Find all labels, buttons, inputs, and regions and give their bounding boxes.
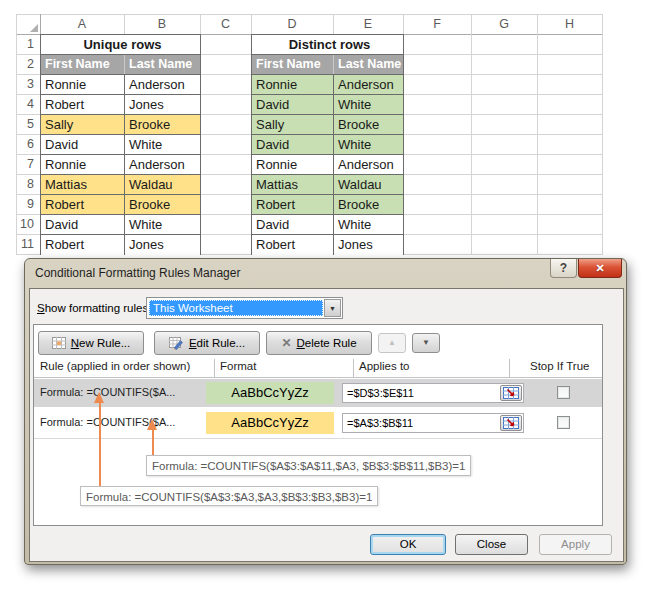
cell[interactable]: Waldau xyxy=(334,175,403,194)
row-header[interactable]: 9 xyxy=(16,194,40,214)
column-header-c[interactable]: C xyxy=(200,14,251,34)
table-title[interactable]: Distinct rows xyxy=(252,35,403,54)
table-row[interactable]: RobertJones xyxy=(41,95,200,115)
row-header[interactable]: 6 xyxy=(16,134,40,154)
cell[interactable]: White xyxy=(125,215,200,234)
cell[interactable]: David xyxy=(252,95,334,114)
cell[interactable]: White xyxy=(334,215,403,234)
column-header-a[interactable]: A xyxy=(40,14,124,34)
cell[interactable]: Jones xyxy=(125,95,200,114)
row-header[interactable]: 10 xyxy=(16,214,40,234)
column-header-e[interactable]: E xyxy=(333,14,403,34)
row-header[interactable]: 11 xyxy=(16,234,40,254)
edit-rule-button[interactable]: Edit Rule... xyxy=(154,331,260,355)
select-all-corner[interactable] xyxy=(30,24,38,32)
row-header[interactable]: 1 xyxy=(16,34,40,54)
cell[interactable]: Waldau xyxy=(125,175,200,194)
table-row[interactable]: SallyBrooke xyxy=(252,115,403,135)
cell[interactable]: Brooke xyxy=(334,195,403,214)
cell[interactable]: Brooke xyxy=(125,195,200,214)
table-row[interactable]: MattiasWaldau xyxy=(252,175,403,195)
cell[interactable]: Jones xyxy=(125,235,200,255)
help-button[interactable]: ? xyxy=(550,259,577,278)
table-row[interactable]: RonnieAnderson xyxy=(252,155,403,175)
table-row[interactable]: RonnieAnderson xyxy=(41,75,200,95)
delete-rule-button[interactable]: ✕ Delete Rule xyxy=(266,331,372,355)
stop-if-true-checkbox[interactable] xyxy=(557,386,570,399)
cell[interactable]: Ronnie xyxy=(252,155,334,174)
cell[interactable]: Ronnie xyxy=(41,75,125,94)
cell[interactable]: Robert xyxy=(41,95,125,114)
row-header[interactable]: 3 xyxy=(16,74,40,94)
applies-to-input[interactable] xyxy=(344,385,499,401)
cell[interactable]: David xyxy=(252,135,334,154)
cell[interactable]: Robert xyxy=(41,195,125,214)
row-header[interactable]: 7 xyxy=(16,154,40,174)
move-rule-down-button[interactable]: ▼ xyxy=(412,333,440,353)
cell[interactable]: David xyxy=(41,135,125,154)
table-row[interactable]: RobertBrooke xyxy=(252,195,403,215)
cell[interactable]: Mattias xyxy=(252,175,334,194)
row-header[interactable]: 4 xyxy=(16,94,40,114)
cell[interactable]: Ronnie xyxy=(41,155,125,174)
cell[interactable]: Mattias xyxy=(41,175,125,194)
table-row[interactable]: SallyBrooke xyxy=(41,115,200,135)
rule-row-1[interactable]: Formula: =COUNTIFS($A... AaBbCcYyZz xyxy=(34,379,602,407)
cell[interactable]: White xyxy=(334,95,403,114)
table-row[interactable]: RobertJones xyxy=(41,235,200,255)
table-title[interactable]: Unique rows xyxy=(41,35,200,54)
table-row[interactable]: DavidWhite xyxy=(41,135,200,155)
cell[interactable]: White xyxy=(125,135,200,154)
cell[interactable]: Jones xyxy=(334,235,403,255)
header-cell[interactable]: Last Name xyxy=(125,55,200,74)
cell[interactable]: Anderson xyxy=(125,75,200,94)
column-header-h[interactable]: H xyxy=(537,14,602,34)
dropdown-arrow-button[interactable]: ▼ xyxy=(324,299,341,317)
table-header-row[interactable]: First Name Last Name xyxy=(41,55,200,75)
row-header[interactable]: 8 xyxy=(16,174,40,194)
cell[interactable]: Robert xyxy=(41,235,125,255)
cell[interactable]: White xyxy=(334,135,403,154)
row-header[interactable]: 5 xyxy=(16,114,40,134)
ok-button[interactable]: OK xyxy=(370,534,446,555)
table-row[interactable]: RobertJones xyxy=(252,235,403,255)
cell[interactable]: Anderson xyxy=(125,155,200,174)
table-row[interactable]: RonnieAnderson xyxy=(252,75,403,95)
close-button[interactable]: Close xyxy=(455,534,528,555)
column-header-g[interactable]: G xyxy=(471,14,537,34)
table-header-row[interactable]: First Name Last Name xyxy=(252,55,403,75)
table-row[interactable]: RobertBrooke xyxy=(41,195,200,215)
applies-to-input[interactable] xyxy=(344,415,499,431)
cell[interactable]: Sally xyxy=(252,115,334,134)
cell[interactable]: Anderson xyxy=(334,155,403,174)
worksheet-scope-dropdown[interactable]: This Worksheet ▼ xyxy=(146,297,343,319)
table-row[interactable]: DavidWhite xyxy=(252,95,403,115)
header-cell[interactable]: First Name xyxy=(41,55,125,74)
table-row[interactable]: DavidWhite xyxy=(41,215,200,235)
cell[interactable]: Robert xyxy=(252,195,334,214)
apply-button[interactable]: Apply xyxy=(539,534,612,555)
header-cell[interactable]: First Name xyxy=(252,55,334,74)
column-header-f[interactable]: F xyxy=(403,14,471,34)
row-header[interactable]: 2 xyxy=(16,54,40,74)
rule-row-2[interactable]: Formula: =COUNTIFS($A... AaBbCcYyZz xyxy=(34,409,602,437)
column-header-d[interactable]: D xyxy=(251,14,333,34)
table-row[interactable]: RonnieAnderson xyxy=(41,155,200,175)
cell[interactable]: Brooke xyxy=(125,115,200,134)
close-window-button[interactable]: ✕ xyxy=(578,259,622,278)
table-row[interactable]: DavidWhite xyxy=(252,135,403,155)
cell[interactable]: Brooke xyxy=(334,115,403,134)
range-select-button[interactable] xyxy=(500,415,522,431)
range-select-button[interactable] xyxy=(500,385,522,401)
cell[interactable]: Robert xyxy=(252,235,334,255)
table-row[interactable]: MattiasWaldau xyxy=(41,175,200,195)
new-rule-button[interactable]: New Rule... xyxy=(38,331,144,355)
cell[interactable]: Sally xyxy=(41,115,125,134)
stop-if-true-checkbox[interactable] xyxy=(557,416,570,429)
cell[interactable]: David xyxy=(252,215,334,234)
move-rule-up-button[interactable]: ▲ xyxy=(378,333,406,353)
header-cell[interactable]: Last Name xyxy=(334,55,403,74)
table-row[interactable]: DavidWhite xyxy=(252,215,403,235)
cell[interactable]: David xyxy=(41,215,125,234)
cell[interactable]: Ronnie xyxy=(252,75,334,94)
